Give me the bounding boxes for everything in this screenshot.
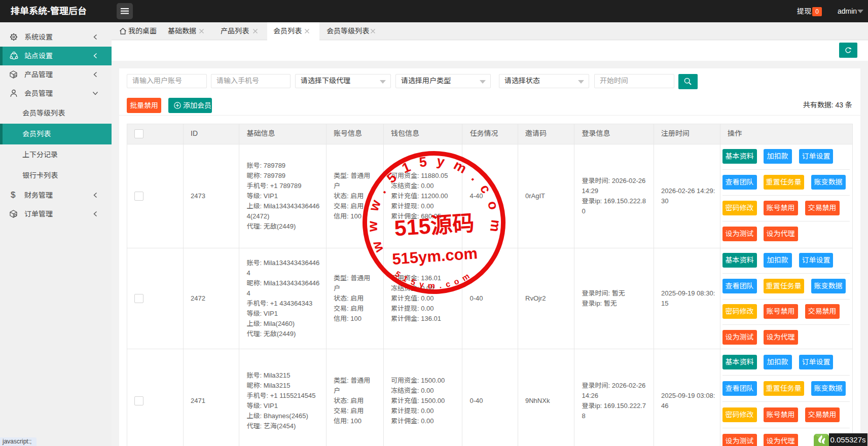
svg-text:515ym.com: 515ym.com xyxy=(391,244,478,268)
svg-text:www.515ym.com: www.515ym.com xyxy=(360,148,505,255)
svg-text:515源码: 515源码 xyxy=(393,211,475,241)
svg-text:515ym.com: 515ym.com xyxy=(393,264,476,293)
